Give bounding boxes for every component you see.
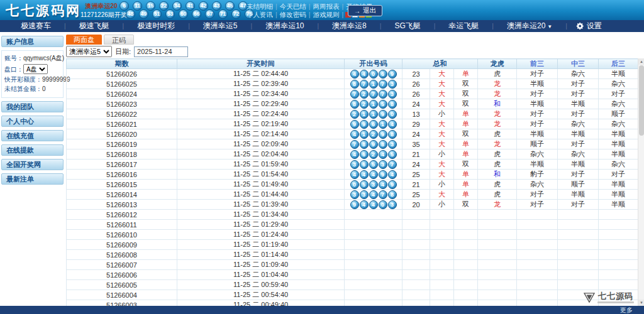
draw-time-cell: 11-25 二 02:44:40 [177,69,345,79]
tab-两面盘[interactable]: 两面盘 [66,35,102,45]
dragon-tiger-cell [478,210,517,220]
sum-cell [402,250,430,260]
draw-time-cell: 11-25 二 01:04:40 [177,270,345,280]
result-ball: 7 [350,140,359,149]
size-cell: 小 [430,149,454,160]
size-cell: 大 [430,160,454,170]
table-scrollbar[interactable]: ▲ ▼ [638,58,644,306]
balls-cell: 46245 [345,149,402,160]
dragon-tiger-cell: 龙 [478,119,517,129]
balls-cell: 44494 [345,170,402,180]
back-three-cell: 半顺 [599,149,638,160]
back-three-cell: 半顺 [599,139,638,149]
front-three-cell: 半顺 [517,99,558,109]
result-ball: 4 [360,70,369,78]
draw-time-cell: 11-25 二 00:54:40 [177,290,345,300]
scroll-up-arrow[interactable]: ▲ [638,58,644,65]
size-cell: 小 [430,200,454,210]
sidebar-item-在线提款[interactable]: 在线提款 [1,144,64,156]
back-three-cell: 杂六 [599,79,638,89]
nav-item-极速时时彩[interactable]: 极速时时彩 [124,21,188,31]
front-three-cell: 顺子 [517,139,558,149]
nav-item-极速赛车[interactable]: 极速赛车 [8,21,64,31]
period-cell: 51266023 [67,99,177,109]
link-separator: | [275,11,277,18]
sum-cell [402,210,430,220]
column-header-开奖时间: 开奖时间 [177,59,345,69]
pankou-select[interactable]: A盘 [23,64,48,74]
header-link[interactable]: 游戏规则 [313,11,339,18]
draw-time-cell: 11-25 二 02:04:40 [177,149,345,160]
nav-item-SG飞艇[interactable]: SG飞艇 [381,21,433,31]
lottery-ball: 34 [172,1,182,11]
parity-cell: 双 [454,160,478,170]
sum-cell: 24 [402,99,430,109]
period-cell: 51266022 [67,109,177,119]
lottery-ball: 42 [199,1,208,11]
front-three-cell: 对子 [517,69,558,79]
result-row: 5126601311-25 二 01:39:409440320小双龙对子对子半顺 [67,200,638,210]
result-ball: 7 [379,80,387,89]
sidebar-item-个人中心[interactable]: 个人中心 [1,116,64,127]
lottery-ball: 60 [179,9,188,19]
period-cell: 51266006 [67,270,177,280]
balls-cell: 36537 [345,160,402,170]
parity-cell [454,230,478,240]
nav-item-澳洲幸运5[interactable]: 澳洲幸运5 [190,21,251,31]
header-link[interactable]: 修改密码 [280,11,306,18]
sum-cell [402,260,430,270]
result-ball: 8 [350,100,359,109]
result-row: 5126600811-25 二 01:14:40 [67,250,638,260]
result-row: 5126601211-25 二 01:34:40 [67,210,638,220]
date-input[interactable] [134,46,188,57]
sidebar-item-在线充值[interactable]: 在线充值 [1,130,64,141]
dragon-tiger-cell [478,220,517,230]
middle-three-cell [558,280,599,290]
size-cell [430,250,454,260]
result-ball: 0 [369,70,378,78]
dragon-tiger-cell [478,240,517,250]
more-link[interactable]: 更多 [620,306,633,314]
nav-item-幸运飞艇[interactable]: 幸运飞艇 [435,21,492,31]
dragon-tiger-cell: 和 [478,99,517,109]
nav-item-极速飞艇[interactable]: 极速飞艇 [66,21,123,31]
account-field-value: 0 [42,85,46,92]
result-row: 5126601011-25 二 01:24:40 [67,230,638,240]
header-link[interactable]: 个人资讯 [247,11,273,18]
nav-item-澳洲幸运10[interactable]: 澳洲幸运10 [252,21,317,31]
size-cell: 小 [430,109,454,119]
middle-three-cell: 对子 [558,139,599,149]
period-cell: 51266020 [67,129,177,139]
gear-icon [576,22,584,30]
scroll-down-arrow[interactable]: ▼ [638,300,644,306]
scrollbar-thumb[interactable] [639,65,644,136]
header-link[interactable]: 今天已结 [280,3,306,10]
parity-cell: 双 [454,89,478,99]
result-row: 5126600911-25 二 01:19:40 [67,240,638,250]
sidebar-item-我的团队[interactable]: 我的团队 [1,101,64,112]
period-cell: 51266018 [67,149,177,160]
nav-item-澳洲幸运20[interactable]: 澳洲幸运20▼ [494,21,565,31]
result-row: 5126602511-25 二 02:39:408717326大双龙半顺对子杂六 [67,79,638,89]
result-row: 5126602011-25 二 02:14:404129824大双虎半顺半顺半顺 [67,129,638,139]
size-cell [430,240,454,250]
logout-button[interactable]: → 退出 [348,5,382,16]
sum-cell: 13 [402,109,430,119]
site-logo: 七七源码网 [6,2,81,19]
header-link[interactable]: 未结明细 [247,3,273,10]
lottery-select[interactable]: 澳洲幸运5 [66,46,112,57]
result-ball: 7 [388,160,397,169]
header-link[interactable]: 两周报表 [313,3,339,10]
middle-three-cell [558,240,599,250]
settings-button[interactable]: 设置 [567,21,611,31]
parity-cell [454,220,478,230]
balls-cell [345,260,402,270]
sidebar-item-全国开奖网[interactable]: 全国开奖网 [1,159,64,170]
nav-items: 极速赛车|极速飞艇|极速时时彩|澳洲幸运5|澳洲幸运10|澳洲幸运8|SG飞艇|… [8,21,567,31]
result-ball: 9 [350,200,359,209]
sidebar-item-account-info[interactable]: 账户信息 [1,36,64,47]
top-header: 七七源码网 澳洲幸运20 11271226期开奖 611152234414243… [0,0,644,20]
nav-item-澳洲幸运8[interactable]: 澳洲幸运8 [319,21,380,31]
tab-正码[interactable]: 正码 [104,35,134,45]
sidebar-item-最新注单[interactable]: 最新注单 [1,173,64,185]
